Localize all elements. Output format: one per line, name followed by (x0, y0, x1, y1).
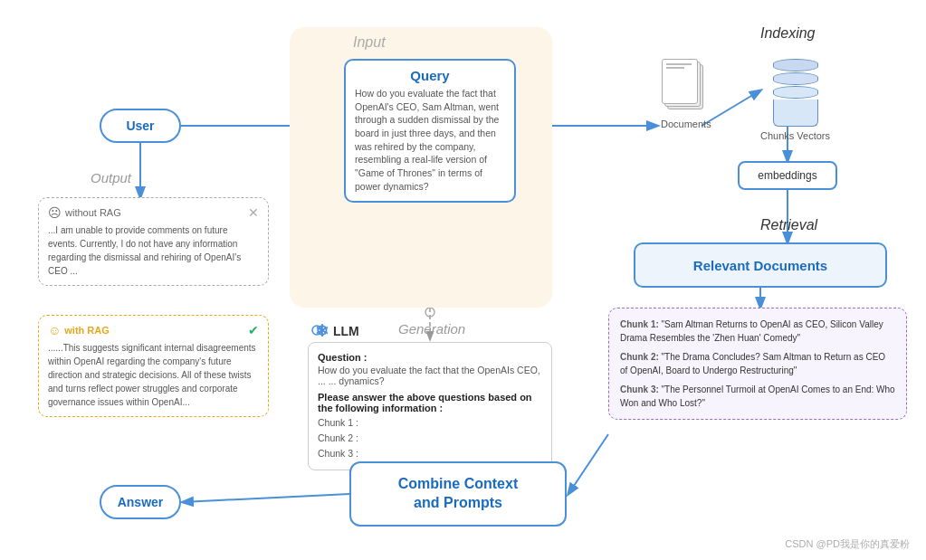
retrieval-label: Retrieval (760, 217, 817, 233)
with-rag-box: ☺ with RAG ✔ ......This suggests signifi… (38, 315, 269, 417)
chunks-vectors-area: Chunks Vectors (760, 59, 830, 141)
generation-label: Generation (398, 321, 465, 337)
llm-label: ❄ LLM (315, 321, 359, 341)
with-rag-title: ☺ with RAG (48, 323, 110, 337)
svg-rect-13 (666, 63, 692, 65)
chunks-panel: Chunk 1: "Sam Altman Returns to OpenAI a… (608, 308, 907, 420)
gen-chunk2: Chunk 2 : (318, 431, 542, 446)
output-label: Output (91, 170, 131, 185)
generation-box: Question : How do you evaluate the fact … (308, 342, 552, 470)
without-rag-box: ☹ without RAG ✕ ...I am unable to provid… (38, 197, 269, 286)
without-rag-header: ☹ without RAG ✕ (48, 205, 259, 220)
chunks-vectors-label: Chunks Vectors (760, 130, 830, 141)
embeddings-label: embeddings (758, 169, 816, 182)
gen-question-label: Question : (318, 352, 542, 363)
chunk2-label: Chunk 2: (620, 352, 659, 362)
chunk2-item: Chunk 2: "The Drama Concludes? Sam Altma… (620, 350, 895, 377)
watermark: CSDN @PD我是你的真爱粉 (785, 537, 910, 551)
chunk1-text: "Sam Altman Returns to OpenAI as CEO, Si… (620, 319, 883, 343)
without-rag-text: ...I am unable to provide comments on fu… (48, 223, 259, 278)
query-text: How do you evaluate the fact that OpenAI… (355, 87, 505, 194)
snowflake-icon: ❄ (315, 321, 329, 341)
combine-context-box: Combine Contextand Prompts (349, 461, 567, 527)
with-rag-header: ☺ with RAG ✔ (48, 323, 259, 337)
with-rag-text: ......This suggests significant internal… (48, 341, 259, 409)
combine-label: Combine Contextand Prompts (398, 475, 518, 513)
svg-rect-14 (666, 67, 684, 69)
close-icon: ✕ (248, 205, 259, 220)
chunk1-label: Chunk 1: (620, 319, 659, 329)
documents-label: Documents (661, 119, 711, 129)
relevant-documents-box: Relevant Documents (634, 242, 887, 288)
gen-chunks: Chunk 1 : Chunk 2 : Chunk 3 : (318, 415, 542, 460)
gen-please-label: Please answer the above questions based … (318, 392, 542, 413)
sad-face-icon: ☹ (48, 205, 62, 220)
gen-question-text: How do you evaluate the fact that the Op… (318, 365, 542, 386)
chunk2-text: "The Drama Concludes? Sam Altman to Retu… (620, 352, 885, 375)
documents-area: Documents (661, 59, 711, 129)
document-stack-icon (662, 59, 711, 115)
checkmark-icon: ✔ (248, 323, 259, 337)
answer-box: Answer (100, 485, 181, 519)
chunk3-text: "The Personnel Turmoil at OpenAI Comes t… (620, 384, 895, 408)
gen-chunk3: Chunk 3 : (318, 446, 542, 461)
user-box: User (100, 109, 181, 143)
embeddings-box: embeddings (738, 161, 837, 190)
indexing-label: Indexing (760, 25, 816, 42)
query-box: Query How do you evaluate the fact that … (344, 59, 516, 203)
svg-line-7 (183, 494, 349, 502)
answer-label: Answer (118, 495, 164, 509)
diagram: Input Query How do you evaluate the fact… (0, 0, 926, 560)
gen-chunk1: Chunk 1 : (318, 415, 542, 431)
chunk3-item: Chunk 3: "The Personnel Turmoil at OpenA… (620, 383, 895, 410)
svg-point-12 (425, 308, 434, 317)
happy-face-icon: ☺ (48, 323, 61, 337)
user-label: User (126, 119, 154, 133)
input-label: Input (353, 34, 386, 51)
chunk1-item: Chunk 1: "Sam Altman Returns to OpenAI a… (620, 318, 895, 345)
query-title: Query (355, 68, 505, 83)
cylinder-icon (773, 59, 818, 127)
without-rag-title: ☹ without RAG (48, 205, 121, 220)
chunk3-label: Chunk 3: (620, 384, 659, 394)
svg-line-6 (568, 434, 608, 494)
relevant-documents-label: Relevant Documents (693, 258, 827, 273)
